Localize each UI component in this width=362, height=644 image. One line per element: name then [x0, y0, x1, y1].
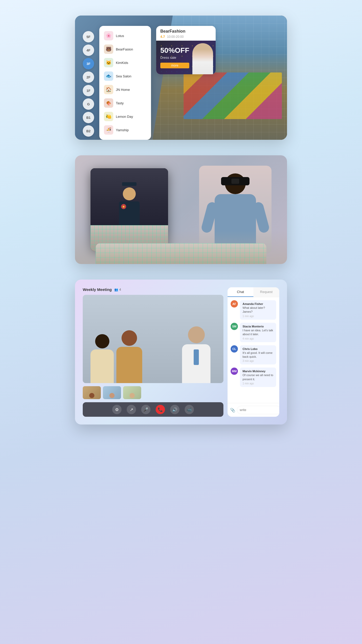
msg-time-4: 1 min ago — [243, 382, 274, 385]
bubble-amanda: Amanda Fisher What about later? James? 1… — [240, 300, 276, 320]
promo-brand-name: BearFashion — [160, 29, 212, 34]
promo-rating: 4.7 — [160, 35, 165, 39]
thumb-3-head — [130, 393, 135, 398]
chat-tabs: Chat Request — [228, 287, 279, 297]
store-item-kimkids[interactable]: 🐱 KimKids — [101, 56, 149, 69]
thumb-1-content — [83, 386, 101, 399]
meeting-participants: 👥 4 — [114, 288, 121, 291]
meeting-controls: ⚙ ↗ 🎤 📞 🔊 📹 — [83, 402, 223, 417]
promo-hours: 10:00-20:00 — [167, 35, 184, 39]
bubble-marvin: Marvin Mckinney Of course we all need to… — [240, 368, 276, 387]
main-video-view — [83, 295, 223, 383]
avatar-chris: CL — [231, 345, 238, 353]
participants-icon: 👥 — [114, 288, 118, 291]
promo-banner: 50%OFF Dress sale more — [156, 41, 216, 74]
jn-name: JN Home — [116, 88, 130, 92]
chat-input[interactable] — [237, 406, 279, 414]
lotus-icon: 🌸 — [104, 31, 113, 40]
bubble-chris: Chris Lobo It's all good. It will come b… — [240, 345, 276, 365]
floor-g-btn[interactable]: G — [83, 98, 94, 110]
yam-icon: 🍜 — [104, 125, 113, 135]
chat-message-3: CL Chris Lobo It's all good. It will com… — [231, 345, 276, 365]
p1-head — [95, 334, 109, 348]
floor-3f-btn[interactable]: 3F — [83, 58, 94, 69]
p3-body — [182, 344, 210, 383]
store-item-bearfasion[interactable]: 🐻 BearFasion — [101, 42, 149, 56]
mic-control-btn[interactable]: 🎤 — [141, 405, 150, 414]
meeting-left-panel: Weekly Meeting 👥 4 — [83, 287, 223, 417]
lotus-name: Lotus — [116, 34, 124, 38]
person-shape — [192, 43, 213, 74]
vr-ar-card: ⭐ — [75, 155, 287, 264]
thumb-1[interactable] — [83, 386, 101, 399]
msg-name-3: Chris Lobo — [243, 347, 274, 350]
kids-name: KimKids — [116, 61, 128, 65]
sea-icon: 🐟 — [104, 71, 113, 81]
people-scene — [83, 295, 223, 383]
p3-tie — [194, 349, 199, 365]
share-control-btn[interactable]: ↗ — [127, 405, 136, 414]
chat-panel: Chat Request AF Amanda Fisher What about… — [228, 287, 279, 417]
bubble-stacia: Stacia Monterio I have an idea. Let's ta… — [240, 323, 276, 342]
promo-more-button[interactable]: more — [160, 63, 189, 68]
thumb-2[interactable] — [103, 386, 121, 399]
msg-text-2: I have an idea. Let's talk about it late… — [243, 328, 274, 336]
floor-2f-btn[interactable]: 2F — [83, 71, 94, 83]
store-item-lemon-day[interactable]: 🍋 Lemon Day — [101, 110, 149, 123]
msg-time-3: 3 min ago — [243, 360, 274, 362]
floor-4f-btn[interactable]: 4F — [83, 45, 94, 56]
kids-icon: 🐱 — [104, 58, 113, 67]
p2-body — [116, 347, 142, 383]
lemon-name: Lemon Day — [116, 115, 133, 119]
sea-name: Sea Salon — [116, 74, 131, 78]
chat-message-2: SM Stacia Monterio I have an idea. Let's… — [231, 323, 276, 342]
vr-headset-device — [221, 177, 250, 185]
mall-directory-card: 5F 4F 3F 2F 1F G B1 B2 🌸 Lotus 🐻 BearFas… — [75, 16, 287, 140]
promo-meta: 4.7 10:00-20:00 — [160, 35, 212, 39]
chat-messages-list: AF Amanda Fisher What about later? James… — [228, 297, 279, 403]
p1-body — [90, 349, 114, 383]
promo-header: BearFashion 4.7 10:00-20:00 — [156, 26, 216, 41]
msg-time-2: 4 min ago — [243, 337, 274, 340]
floor-5f-btn[interactable]: 5F — [83, 31, 94, 42]
tab-request[interactable]: Request — [253, 287, 279, 297]
settings-control-btn[interactable]: ⚙ — [112, 405, 122, 414]
thumb-3[interactable] — [123, 386, 141, 399]
tasty-name: Tasty — [116, 101, 124, 105]
floor-b2-btn[interactable]: B2 — [83, 125, 94, 137]
bear-icon: 🐻 — [104, 45, 113, 54]
end-call-btn[interactable]: 📞 — [156, 405, 165, 414]
floor-1f-btn[interactable]: 1F — [83, 85, 94, 96]
meeting-thumbnails — [83, 386, 223, 399]
msg-name-4: Marvin Mckinney — [243, 370, 274, 373]
thumb-2-content — [103, 386, 121, 399]
store-list: 🌸 Lotus 🐻 BearFasion 🐱 KimKids 🐟 Sea Sal… — [99, 26, 151, 140]
floor-b1-btn[interactable]: B1 — [83, 112, 94, 123]
store-item-sea-salon[interactable]: 🐟 Sea Salon — [101, 69, 149, 83]
msg-text-3: It's all good. It will come back quick. — [243, 351, 274, 359]
thumb-2-head — [109, 393, 115, 398]
store-item-tasty[interactable]: 🍖 Tasty — [101, 96, 149, 110]
msg-name-2: Stacia Monterio — [243, 325, 274, 328]
attachment-icon: 📎 — [230, 408, 235, 413]
promo-content: 50%OFF Dress sale more — [160, 47, 189, 68]
meeting-header: Weekly Meeting 👥 4 — [83, 287, 223, 292]
person-center — [116, 330, 142, 383]
promo-card: BearFashion 4.7 10:00-20:00 50%OFF Dress… — [156, 26, 216, 74]
floor-navigation: 5F 4F 3F 2F 1F G B1 B2 — [83, 31, 94, 137]
bear-name: BearFasion — [116, 47, 133, 51]
badge: ⭐ — [121, 204, 126, 209]
officer-head — [123, 187, 136, 200]
car-bottom-scene — [75, 230, 287, 264]
store-item-lotus[interactable]: 🌸 Lotus — [101, 29, 149, 42]
chat-message-1: AF Amanda Fisher What about later? James… — [231, 300, 276, 320]
tab-chat[interactable]: Chat — [228, 287, 253, 297]
store-item-yamship[interactable]: 🍜 Yamship — [101, 123, 149, 137]
promo-discount-text: 50%OFF — [160, 47, 189, 54]
store-item-jn-home[interactable]: 🏠 JN Home — [101, 83, 149, 96]
audio-control-btn[interactable]: 🔊 — [170, 405, 179, 414]
officer-hat — [122, 182, 137, 186]
video-control-btn[interactable]: 📹 — [185, 405, 194, 414]
meeting-title: Weekly Meeting — [83, 287, 112, 292]
avatar-marvin: MM — [231, 368, 238, 375]
